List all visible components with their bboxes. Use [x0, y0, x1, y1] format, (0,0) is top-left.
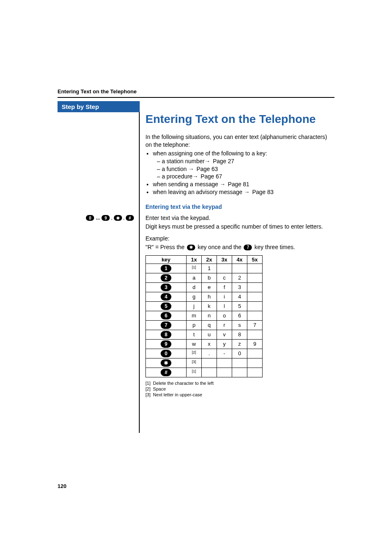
bullet3-ref: Page 83	[252, 189, 274, 195]
bullet2-text: when sending a message	[153, 181, 220, 187]
running-head: Entering Text on the Telephone	[58, 88, 334, 95]
table-cell: .	[202, 349, 217, 358]
table-cell: 7	[247, 320, 263, 330]
arrow-icon: →	[192, 173, 198, 180]
table-cell	[232, 264, 247, 273]
sidebar-inner: 0 ... 9 , ✱ , #	[58, 112, 140, 433]
col-1x: 1x	[187, 255, 202, 264]
table-cell: l	[217, 301, 232, 311]
table-cell: v	[217, 330, 232, 339]
table-cell: 5	[232, 301, 247, 311]
table-cell	[247, 330, 263, 339]
table-cell: i	[217, 292, 232, 301]
sub-station-number: a station number→ Page 27	[157, 157, 334, 165]
sub1b-ref: Page 63	[196, 166, 218, 172]
table-cell: 1	[202, 264, 217, 273]
table-cell: g	[187, 292, 202, 301]
footnote-2: [2] Space	[145, 386, 334, 391]
table-row: 1[1]1	[146, 264, 263, 273]
table-cell	[217, 368, 232, 377]
f2-text: Space	[153, 386, 166, 391]
table-cell: x	[202, 339, 217, 349]
f2-tag: [2]	[145, 386, 150, 391]
sub-procedure: a procedure→ Page 67	[157, 173, 334, 180]
table-cell: e	[202, 282, 217, 292]
f3-text: Next letter in upper-case	[153, 392, 202, 397]
key-cell: #	[146, 368, 187, 377]
key-4-icon: 4	[161, 293, 171, 301]
key-star-icon: ✱	[114, 215, 122, 221]
bullet3-text: when leaving an advisory message	[153, 189, 244, 195]
table-cell	[247, 311, 263, 320]
arrow-icon: →	[220, 180, 226, 188]
key-6-icon: 6	[161, 312, 171, 319]
table-cell: z	[232, 339, 247, 349]
ellipsis: ...	[96, 215, 100, 221]
table-cell: c	[217, 273, 232, 282]
key-9-icon: 9	[101, 215, 110, 221]
key-cell: 5	[146, 301, 187, 311]
key-0-icon: 0	[86, 215, 94, 221]
table-row: 2abc2	[146, 273, 263, 282]
keypad-text: Enter text via the keypad. Digit keys mu…	[145, 214, 334, 231]
table-row: 8tuv8	[146, 330, 263, 339]
table-cell: [2]	[187, 349, 202, 358]
table-cell: b	[202, 273, 217, 282]
separator-comma-1: ,	[111, 215, 112, 221]
page: Entering Text on the Telephone Step by S…	[0, 0, 392, 555]
table-cell: t	[187, 330, 202, 339]
col-key: key	[146, 255, 187, 264]
bullet-assign-key: when assigning one of the following to a…	[153, 150, 334, 181]
key-9-icon: 9	[161, 340, 171, 348]
example-mid: key once and the	[198, 244, 243, 250]
key-cell: 4	[146, 292, 187, 301]
bullet-list: when assigning one of the following to a…	[145, 150, 334, 196]
col-4x: 4x	[232, 255, 247, 264]
key-cell: 2	[146, 273, 187, 282]
table-cell: q	[202, 320, 217, 330]
example-line: "R" = Press the ✱ key once and the 7 key…	[145, 243, 334, 251]
table-cell: [1]	[187, 368, 202, 377]
table-cell	[202, 368, 217, 377]
intro-text: In the following situations, you can ent…	[145, 133, 334, 149]
keypad-line1: Enter text via the keypad.	[145, 214, 334, 222]
table-cell: s	[232, 320, 247, 330]
content-area: Entering Text on the Telephone In the fo…	[140, 101, 334, 398]
key-cell: 9	[146, 339, 187, 349]
table-cell: y	[217, 339, 232, 349]
keypad-table: key 1x 2x 3x 4x 5x 1[1]12abc23def34ghi45…	[145, 255, 263, 377]
arrow-icon: →	[205, 157, 210, 165]
inline-star-key-icon: ✱	[187, 245, 195, 250]
table-cell: k	[202, 301, 217, 311]
table-row: #[1]	[146, 368, 263, 377]
arrow-icon: →	[244, 188, 250, 196]
table-cell	[232, 358, 247, 368]
sub1c-ref: Page 67	[201, 173, 222, 180]
key-cell: 7	[146, 320, 187, 330]
body-text: In the following situations, you can ent…	[145, 133, 334, 196]
table-cell: 2	[232, 273, 247, 282]
sub1a-text: a station number	[162, 158, 205, 164]
two-column-layout: Step by Step 0 ... 9 , ✱ , # Entering Te…	[58, 101, 334, 433]
table-row: 7pqrs7	[146, 320, 263, 330]
sub-heading: Entering text via the keypad	[145, 204, 334, 210]
table-cell: f	[217, 282, 232, 292]
key-cell: 0	[146, 349, 187, 358]
table-cell: d	[187, 282, 202, 292]
table-cell: p	[187, 320, 202, 330]
table-cell	[247, 264, 263, 273]
key-cell: 1	[146, 264, 187, 273]
key-8-icon: 8	[161, 331, 171, 338]
bullet-advisory-message: when leaving an advisory message → Page …	[153, 188, 334, 196]
table-cell	[247, 282, 263, 292]
example-block: Example: "R" = Press the ✱ key once and …	[145, 235, 334, 251]
table-cell: 6	[232, 311, 247, 320]
inline-7-key-icon: 7	[244, 245, 252, 250]
keymap-header-row: key 1x 2x 3x 4x 5x	[146, 255, 263, 264]
table-row: 3def3	[146, 282, 263, 292]
table-row: 4ghi4	[146, 292, 263, 301]
col-2x: 2x	[202, 255, 217, 264]
key-cell: ✱	[146, 358, 187, 368]
table-cell: 0	[232, 349, 247, 358]
key-#-icon: #	[161, 369, 171, 376]
